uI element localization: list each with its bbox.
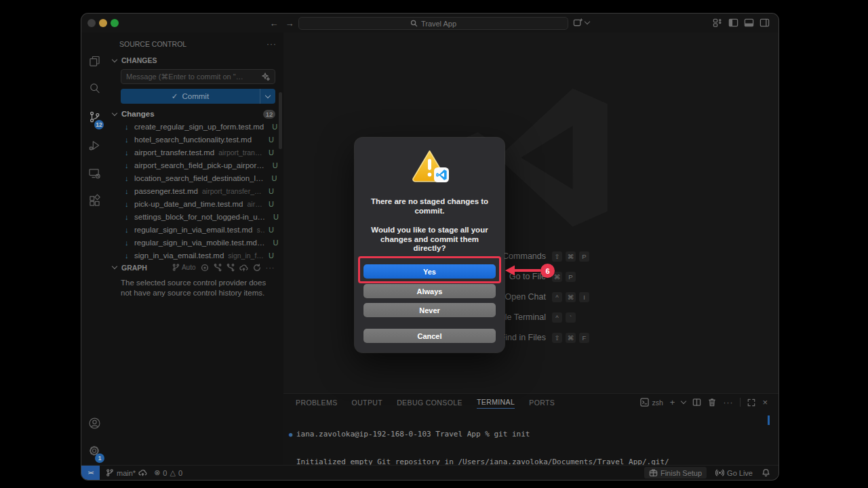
dialog-message-primary: There are no staged changes to commit.: [361, 197, 498, 216]
never-button[interactable]: Never: [363, 303, 496, 317]
annotation-step-badge: 6: [540, 264, 555, 278]
cancel-button[interactable]: Cancel: [363, 329, 496, 343]
dialog-message-secondary: Would you like to stage all your changes…: [361, 226, 498, 253]
always-button[interactable]: Always: [363, 284, 496, 298]
annotation-highlight-rect: [358, 256, 501, 283]
no-staged-changes-dialog: There are no staged changes to commit. W…: [355, 138, 505, 352]
annotation-arrow-icon: [505, 263, 542, 278]
vscode-badge-icon: [434, 167, 449, 182]
